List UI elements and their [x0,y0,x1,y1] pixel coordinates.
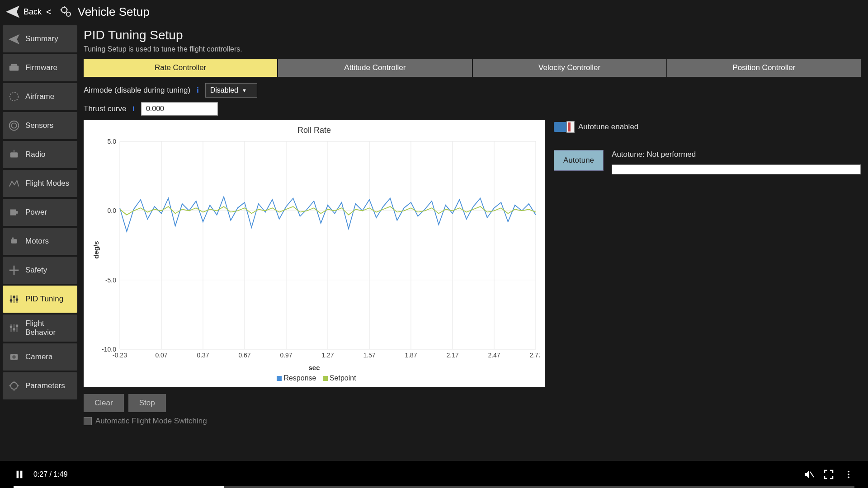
mute-button[interactable] [803,469,815,480]
svg-rect-11 [10,152,18,157]
airmode-select[interactable]: Disabled ▼ [205,83,257,98]
sidebar-item-pid-tuning[interactable]: PID Tuning [3,286,77,313]
svg-point-71 [848,471,849,473]
sidebar-icon [7,148,21,161]
chart-plot: 5.00.0-5.0-10.0-0.230.070.370.670.971.27… [88,137,540,363]
tab-velocity-controller[interactable]: Velocity Controller [473,59,666,77]
svg-point-32 [12,355,15,358]
svg-text:2.77: 2.77 [529,352,540,359]
svg-point-22 [10,299,13,302]
pause-button[interactable] [14,469,25,480]
flightmode-switching-checkbox[interactable] [84,417,92,425]
chart-xlabel: sec [88,364,540,371]
svg-text:1.57: 1.57 [363,352,375,359]
svg-text:5.0: 5.0 [108,138,117,145]
info-icon[interactable]: i [197,86,198,94]
sidebar-item-airframe[interactable]: Airframe [3,83,77,110]
svg-rect-7 [11,64,17,66]
chevron-down-icon: ▼ [242,88,247,93]
svg-point-1 [66,12,70,16]
svg-text:-5.0: -5.0 [105,277,116,284]
tab-attitude-controller[interactable]: Attitude Controller [278,59,472,77]
clear-button[interactable]: Clear [84,394,124,412]
svg-point-9 [11,123,16,128]
video-time: 0:27 / 1:49 [33,470,68,479]
svg-point-73 [848,477,849,479]
sidebar-item-safety[interactable]: Safety [3,257,77,284]
svg-rect-14 [16,211,18,214]
back-label: Back [24,7,42,17]
svg-rect-68 [17,471,19,479]
video-progress-track[interactable] [14,486,854,488]
autotune-toggle[interactable] [554,122,574,132]
sidebar-item-camera[interactable]: Camera [3,343,77,371]
svg-text:0.37: 0.37 [197,352,209,359]
sidebar-icon [7,350,21,364]
thrust-input[interactable] [141,102,218,116]
sidebar-icon [7,321,21,335]
svg-text:0.0: 0.0 [108,207,117,214]
airmode-label: Airmode (disable during tuning) [84,86,190,95]
svg-point-30 [16,325,19,328]
svg-point-72 [848,474,849,475]
svg-line-70 [810,472,814,477]
legend-swatch-response [277,376,282,381]
svg-rect-6 [9,66,19,70]
sidebar-icon [7,90,21,103]
chart-title: Roll Rate [88,126,540,135]
svg-point-33 [11,383,18,389]
svg-point-10 [9,121,19,131]
sidebar: SummaryFirmwareAirframeSensorsRadioFligh… [0,23,79,487]
sidebar-icon [7,292,21,306]
svg-text:0.07: 0.07 [155,352,167,359]
svg-text:2.47: 2.47 [488,352,500,359]
svg-point-8 [10,93,19,101]
svg-point-0 [61,7,67,13]
svg-point-23 [13,296,15,299]
svg-text:1.27: 1.27 [321,352,334,359]
more-button[interactable] [843,469,854,480]
svg-text:-0.23: -0.23 [113,352,127,359]
svg-text:1.87: 1.87 [405,352,417,359]
sidebar-item-flight-behavior[interactable]: Flight Behavior [3,314,77,342]
video-controls: 0:27 / 1:49 [0,461,868,488]
sidebar-item-motors[interactable]: Motors [3,228,77,255]
svg-text:2.17: 2.17 [446,352,458,359]
sidebar-item-firmware[interactable]: Firmware [3,54,77,81]
autotune-button[interactable]: Autotune [554,150,604,171]
tab-position-controller[interactable]: Position Controller [667,59,861,77]
airmode-value: Disabled [210,86,238,94]
sidebar-item-radio[interactable]: Radio [3,141,77,168]
svg-point-28 [10,325,13,328]
chevron-left-icon: < [46,7,52,17]
svg-rect-13 [10,209,16,215]
autotune-status: Autotune: Not performed [612,150,861,159]
sidebar-icon [7,379,21,393]
svg-text:0.67: 0.67 [238,352,250,359]
page-title: PID Tuning Setup [84,28,861,42]
svg-point-29 [13,328,15,331]
info-icon[interactable]: i [132,105,134,113]
svg-rect-15 [11,239,17,243]
sidebar-item-power[interactable]: Power [3,199,77,226]
video-progress-fill [14,486,224,488]
sidebar-item-summary[interactable]: Summary [3,25,77,52]
thrust-label: Thrust curve [84,104,126,113]
flightmode-switching-label: Automatic Flight Mode Switching [95,417,207,426]
controller-tabs: Rate ControllerAttitude ControllerVeloci… [84,59,861,77]
gears-icon [59,5,73,19]
sidebar-item-sensors[interactable]: Sensors [3,112,77,139]
svg-rect-69 [20,471,23,479]
sidebar-item-flight-modes[interactable]: Flight Modes [3,170,77,197]
back-button[interactable]: Back < [5,4,52,20]
chart-legend: Response Setpoint [88,374,540,382]
sidebar-icon [7,235,21,248]
sidebar-icon [7,32,21,46]
header-title: Vehicle Setup [78,5,150,19]
sidebar-item-parameters[interactable]: Parameters [3,372,77,399]
stop-button[interactable]: Stop [128,394,166,412]
tab-rate-controller[interactable]: Rate Controller [84,59,277,77]
fullscreen-button[interactable] [823,469,835,480]
sidebar-icon [7,206,21,219]
svg-rect-16 [12,238,14,239]
